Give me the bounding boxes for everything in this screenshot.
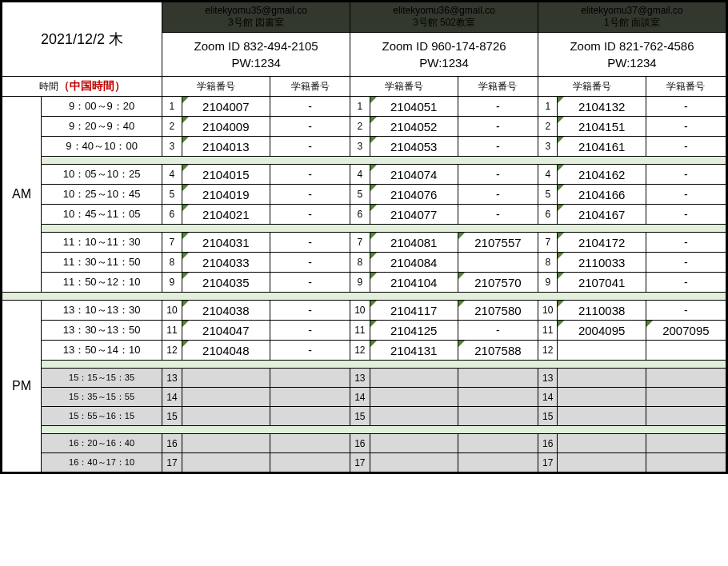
- row-number: 9: [162, 273, 182, 293]
- student-id-a: [558, 388, 646, 407]
- row-number: 4: [350, 165, 370, 185]
- row-number: 12: [162, 341, 182, 361]
- time-slot: 15：15～15：35: [42, 369, 162, 388]
- row-number: 8: [350, 253, 370, 273]
- student-id-a: 2104151: [558, 117, 646, 137]
- time-row: 11：30～11：5082104033-8210408482110033-: [2, 253, 726, 273]
- time-slot: 10：45～11：05: [42, 205, 162, 225]
- student-id-b: -: [458, 185, 538, 205]
- student-id-b: -: [270, 233, 350, 253]
- row-number: 17: [350, 453, 370, 472]
- student-id-a: [182, 434, 270, 453]
- time-row: 11：10～11：3072104031-72104081210755772104…: [2, 233, 726, 253]
- student-id-b: -: [646, 117, 726, 137]
- student-id-a: 2104161: [558, 137, 646, 157]
- student-id-b: -: [270, 185, 350, 205]
- student-id-a: 2104104: [370, 273, 458, 293]
- student-id-a: 2104117: [370, 301, 458, 321]
- time-slot: 10：25～10：45: [42, 185, 162, 205]
- row-number: 3: [538, 137, 558, 157]
- time-slot: 9：20～9：40: [42, 117, 162, 137]
- student-id-a: [182, 369, 270, 388]
- student-id-b: -: [646, 137, 726, 157]
- student-id-b: -: [270, 321, 350, 341]
- student-id-b: [458, 388, 538, 407]
- student-id-b: [646, 341, 726, 361]
- student-id-a: [558, 341, 646, 361]
- student-id-b: -: [646, 205, 726, 225]
- time-row: 9：40～10：0032104013-32104053-32104161-: [2, 137, 726, 157]
- row-number: 3: [162, 137, 182, 157]
- student-id-b: -: [458, 137, 538, 157]
- student-id-b: [270, 388, 350, 407]
- time-row: 13：30～13：50112104047-112104125-112004095…: [2, 321, 726, 341]
- student-id-a: 2110038: [558, 301, 646, 321]
- student-id-a: [558, 369, 646, 388]
- gap: [42, 426, 726, 434]
- student-id-a: 2107041: [558, 273, 646, 293]
- column-labels-row: 時間（中国時間） 学籍番号 学籍番号 学籍番号 学籍番号 学籍番号 学籍番号: [2, 77, 726, 97]
- student-id-b: [646, 434, 726, 453]
- time-row: 11：50～12：1092104035-92104104210757092107…: [2, 273, 726, 293]
- row-number: 8: [538, 253, 558, 273]
- row-number: 13: [350, 369, 370, 388]
- student-id-a: [558, 407, 646, 426]
- time-slot: 11：10～11：30: [42, 233, 162, 253]
- row-number: 15: [350, 407, 370, 426]
- time-row: 13：50～14：10122104048-122104131210758812: [2, 341, 726, 361]
- student-id-b: [646, 388, 726, 407]
- row-number: 14: [350, 388, 370, 407]
- row-number: 6: [350, 205, 370, 225]
- row-number: 17: [162, 453, 182, 472]
- student-id-b: -: [270, 341, 350, 361]
- student-id-b: -: [646, 233, 726, 253]
- row-number: 2: [538, 117, 558, 137]
- gap-row: [2, 225, 726, 233]
- student-id-b: [646, 369, 726, 388]
- student-id-b: -: [458, 117, 538, 137]
- room-3-header: elitekyomu37@gmail.co1号館 面談室: [538, 2, 726, 33]
- col-label: 学籍番号: [350, 77, 458, 97]
- row-number: 13: [162, 369, 182, 388]
- student-id-a: [370, 369, 458, 388]
- time-slot: 16：20～16：40: [42, 434, 162, 453]
- student-id-a: [370, 434, 458, 453]
- student-id-b: [270, 407, 350, 426]
- row-number: 10: [350, 301, 370, 321]
- time-slot: 11：30～11：50: [42, 253, 162, 273]
- row-number: 10: [162, 301, 182, 321]
- student-id-a: 2104007: [182, 97, 270, 117]
- student-id-a: 2104172: [558, 233, 646, 253]
- student-id-b: -: [646, 185, 726, 205]
- student-id-a: 2104051: [370, 97, 458, 117]
- time-row: 16：20～16：40161616: [2, 434, 726, 453]
- time-row: PM13：10～13：30102104038-10210411721075801…: [2, 301, 726, 321]
- student-id-a: 2104132: [558, 97, 646, 117]
- row-number: 6: [162, 205, 182, 225]
- student-id-a: 2104074: [370, 165, 458, 185]
- col-label: 学籍番号: [458, 77, 538, 97]
- period-label: PM: [2, 301, 42, 472]
- student-id-b: [458, 253, 538, 273]
- block-gap-row: [2, 293, 726, 301]
- row-number: 7: [538, 233, 558, 253]
- student-id-a: 2104162: [558, 165, 646, 185]
- row-number: 16: [350, 434, 370, 453]
- gap: [2, 293, 726, 301]
- student-id-a: [558, 453, 646, 472]
- row-number: 4: [538, 165, 558, 185]
- date-cell: 2021/12/2 木: [2, 2, 162, 77]
- gap: [42, 225, 726, 233]
- row-number: 9: [538, 273, 558, 293]
- student-id-a: [182, 453, 270, 472]
- student-id-a: 2104021: [182, 205, 270, 225]
- student-id-b: 2107580: [458, 301, 538, 321]
- student-id-b: 2107570: [458, 273, 538, 293]
- student-id-b: [646, 407, 726, 426]
- time-slot: 10：05～10：25: [42, 165, 162, 185]
- gap-row: [2, 361, 726, 369]
- student-id-b: -: [458, 205, 538, 225]
- zoom-3: Zoom ID 821-762-4586PW:1234: [538, 33, 726, 77]
- time-slot: 15：55～16：15: [42, 407, 162, 426]
- time-slot: 9：40～10：00: [42, 137, 162, 157]
